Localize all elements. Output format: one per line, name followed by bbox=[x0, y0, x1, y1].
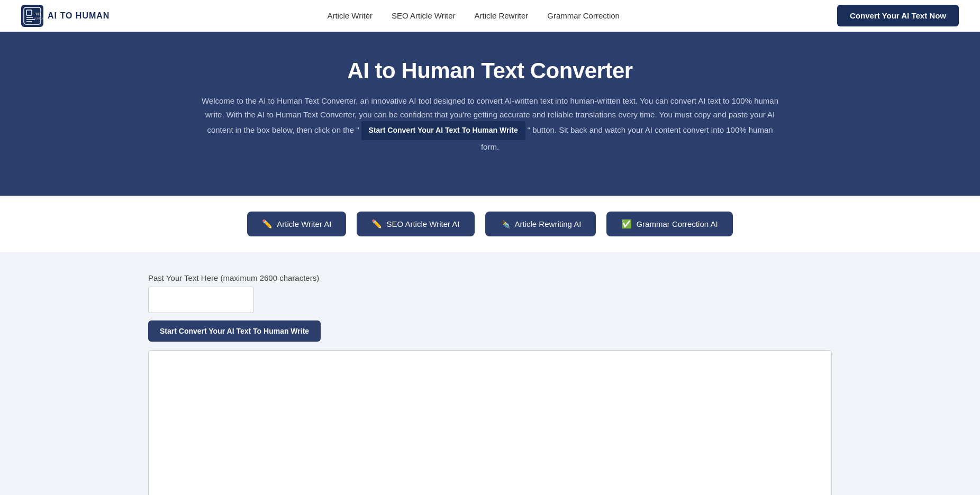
logo-text: AI TO HUMAN bbox=[48, 11, 110, 21]
nav-cta-button[interactable]: Convert Your AI Text Now bbox=[837, 5, 959, 26]
tools-row: ✏️ Article Writer AI ✏️ SEO Article Writ… bbox=[0, 196, 980, 252]
hero-description: Welcome to the AI to Human Text Converte… bbox=[199, 94, 781, 153]
text-input[interactable] bbox=[148, 287, 254, 313]
tool-btn-article-rewriting[interactable]: ✒️ Article Rewriting AI bbox=[485, 212, 596, 236]
logo-link[interactable]: TO HUMAN AI TO HUMAN bbox=[21, 5, 110, 27]
tool-btn-seo-article-writer[interactable]: ✏️ SEO Article Writer AI bbox=[357, 212, 474, 236]
convert-button[interactable]: Start Convert Your AI Text To Human Writ… bbox=[148, 320, 321, 342]
nav-links: Article Writer SEO Article Writer Articl… bbox=[327, 11, 620, 21]
tool-btn-seo-label: SEO Article Writer AI bbox=[386, 219, 459, 228]
tool-btn-grammar-label: Grammar Correction AI bbox=[636, 219, 718, 228]
tool-btn-article-writer[interactable]: ✏️ Article Writer AI bbox=[247, 212, 346, 236]
hero-inline-btn: Start Convert Your AI Text To Human Writ… bbox=[361, 121, 525, 140]
logo-icon: TO HUMAN bbox=[21, 5, 43, 27]
article-writer-icon: ✏️ bbox=[262, 219, 273, 229]
tool-btn-article-writer-label: Article Writer AI bbox=[277, 219, 331, 228]
main-content: Past Your Text Here (maximum 2600 charac… bbox=[0, 252, 980, 495]
tool-btn-grammar-correction[interactable]: ✅ Grammar Correction AI bbox=[606, 212, 732, 236]
svg-text:HUMAN: HUMAN bbox=[34, 17, 43, 20]
nav-grammar-correction[interactable]: Grammar Correction bbox=[547, 11, 620, 20]
navbar: TO HUMAN AI TO HUMAN Article Writer SEO … bbox=[0, 0, 980, 32]
svg-text:TO: TO bbox=[35, 12, 41, 16]
nav-seo-article-writer[interactable]: SEO Article Writer bbox=[392, 11, 456, 20]
input-label: Past Your Text Here (maximum 2600 charac… bbox=[148, 273, 832, 282]
hero-title: AI to Human Text Converter bbox=[21, 58, 959, 84]
nav-article-writer[interactable]: Article Writer bbox=[327, 11, 373, 20]
rewriting-icon: ✒️ bbox=[500, 219, 511, 229]
output-textarea[interactable] bbox=[148, 350, 832, 495]
tool-btn-rewriting-label: Article Rewriting AI bbox=[515, 219, 582, 228]
nav-article-rewriter[interactable]: Article Rewriter bbox=[475, 11, 529, 20]
hero-section: AI to Human Text Converter Welcome to th… bbox=[0, 32, 980, 196]
seo-writer-icon: ✏️ bbox=[371, 219, 382, 229]
grammar-icon: ✅ bbox=[621, 219, 632, 229]
